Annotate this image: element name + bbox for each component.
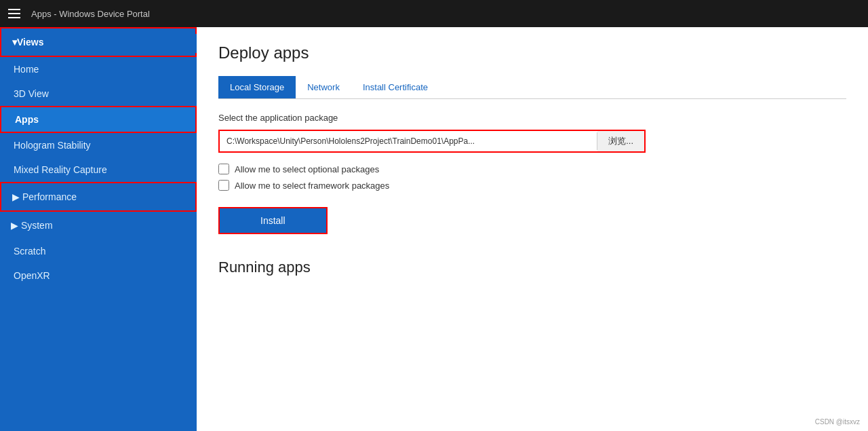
framework-packages-checkbox[interactable] — [218, 180, 229, 191]
sidebar-item-system[interactable]: ▶ System — [0, 212, 197, 239]
install-button[interactable]: Install — [220, 208, 326, 233]
browse-button[interactable]: 浏览... — [597, 131, 644, 151]
page-title: Deploy apps — [218, 43, 846, 62]
sidebar-item-home[interactable]: Home — [0, 57, 197, 81]
tab-network[interactable]: Network — [296, 76, 351, 98]
tabs-bar: Local Storage Network Install Certificat… — [218, 76, 846, 99]
tab-local-storage[interactable]: Local Storage — [218, 76, 296, 98]
framework-packages-row: Allow me to select framework packages — [218, 180, 846, 191]
sidebar-item-performance[interactable]: ▶ Performance — [0, 182, 197, 212]
optional-packages-checkbox[interactable] — [218, 164, 229, 174]
content-area: Deploy apps Local Storage Network Instal… — [197, 27, 868, 431]
file-input-row: C:\Workspace\Unity\Person\Hololens2Proje… — [218, 130, 646, 153]
sidebar-item-hologram-stability-label: Hologram Stability — [14, 140, 91, 151]
menu-button[interactable] — [8, 9, 20, 18]
title-bar: Apps - Windows Device Portal — [0, 0, 868, 27]
running-apps-title: Running apps — [218, 259, 846, 276]
sidebar-item-home-label: Home — [14, 64, 39, 75]
optional-packages-row: Allow me to select optional packages — [218, 164, 846, 174]
framework-packages-label[interactable]: Allow me to select framework packages — [235, 181, 389, 191]
window-title: Apps - Windows Device Portal — [31, 9, 150, 19]
sidebar-item-openxr[interactable]: OpenXR — [0, 263, 197, 288]
footer-watermark: CSDN @itsxvz — [815, 418, 860, 426]
sidebar-item-system-label: ▶ System — [11, 220, 53, 231]
optional-packages-label[interactable]: Allow me to select optional packages — [235, 164, 379, 174]
sidebar-item-openxr-label: OpenXR — [14, 270, 50, 281]
sidebar-item-mixed-reality-capture-label: Mixed Reality Capture — [14, 164, 107, 175]
sidebar-item-performance-label: ▶ Performance — [12, 191, 77, 202]
sidebar-section-views-label: ▾Views — [12, 37, 43, 48]
sidebar-collapse-button[interactable]: ❯ — [193, 34, 197, 53]
sidebar-item-scratch[interactable]: Scratch — [0, 239, 197, 263]
tab-install-certificate[interactable]: Install Certificate — [351, 76, 439, 98]
sidebar-item-hologram-stability[interactable]: Hologram Stability — [0, 133, 197, 157]
sidebar-item-apps[interactable]: Apps — [0, 106, 197, 133]
sidebar-item-scratch-label: Scratch — [14, 246, 45, 257]
sidebar-item-mixed-reality-capture[interactable]: Mixed Reality Capture — [0, 157, 197, 182]
sidebar-item-3dview-label: 3D View — [14, 88, 49, 99]
install-button-wrapper: Install — [218, 207, 328, 234]
sidebar-section-views[interactable]: ▾Views — [0, 27, 197, 57]
sidebar-item-3dview[interactable]: 3D View — [0, 81, 197, 106]
file-path-display: C:\Workspace\Unity\Person\Hololens2Proje… — [220, 132, 597, 150]
sidebar-item-apps-label: Apps — [15, 114, 39, 125]
main-layout: ❯ ▾Views Home 3D View Apps Hologram Stab… — [0, 27, 868, 431]
select-package-label: Select the application package — [218, 113, 846, 123]
sidebar: ❯ ▾Views Home 3D View Apps Hologram Stab… — [0, 27, 197, 431]
